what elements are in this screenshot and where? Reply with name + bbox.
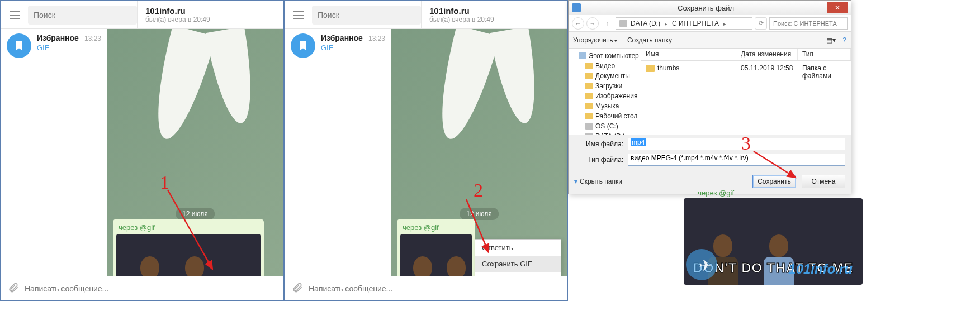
dialog-text: Избранное 13:23 GIF <box>321 34 385 52</box>
via-label: через @gif <box>698 189 734 197</box>
save-file-dialog: Сохранить файл ✕ ← → ↑ DATA (D:) С ИНТЕР… <box>568 0 851 194</box>
bookmark-icon <box>291 34 315 58</box>
toolbar: Упорядочить Создать папку ▤▾ ? <box>569 32 851 49</box>
panel-3-body: Сохранить файл ✕ ← → ↑ DATA (D:) С ИНТЕР… <box>568 0 868 302</box>
close-button[interactable]: ✕ <box>827 2 848 13</box>
up-button[interactable]: ↑ <box>601 17 613 30</box>
chat-subtitle: был(а) вчера в 20:49 <box>429 16 567 23</box>
folder-tree[interactable]: Этот компьютер Видео Документы Загрузки … <box>569 49 641 135</box>
breadcrumb-2[interactable]: С ИНТЕРНЕТА <box>672 20 719 27</box>
filename-label: Имя файла: <box>574 140 623 148</box>
via-label[interactable]: через @gif <box>116 222 261 234</box>
dialog-time: 13:23 <box>368 35 385 42</box>
dialog-name: Избранное <box>37 34 79 42</box>
body: Избранное 13:23 GIF 12 июля через @gif D… <box>285 29 567 276</box>
bookmark-icon <box>7 34 31 58</box>
filename-input[interactable]: mp4 <box>628 138 845 150</box>
dialog-preview: GIF <box>321 44 385 52</box>
compose-input[interactable] <box>25 284 276 293</box>
attach-icon[interactable] <box>8 282 19 295</box>
list-header[interactable]: Имя Дата изменения Тип <box>641 49 851 61</box>
view-icon[interactable]: ▤▾ <box>826 36 836 44</box>
dialogs-sidebar: Избранное 13:23 GIF <box>285 29 391 276</box>
tree-docs[interactable]: Документы <box>569 71 641 81</box>
folder-icon <box>646 65 655 72</box>
dialog-search-input[interactable] <box>769 17 848 30</box>
chat-title: 101info.ru <box>429 6 567 16</box>
dialog-item[interactable]: Избранное 13:23 GIF <box>285 29 391 63</box>
tree-pics[interactable]: Изображения <box>569 91 641 101</box>
dialog-time: 13:23 <box>84 35 101 42</box>
dialogs-sidebar: Избранное 13:23 GIF <box>1 29 107 276</box>
hide-folders-button[interactable]: Скрыть папки <box>574 178 622 185</box>
header: 101info.ru был(а) вчера в 20:49 <box>285 1 567 29</box>
tree-video[interactable]: Видео <box>569 61 641 71</box>
chat-background <box>419 29 565 174</box>
file-list[interactable]: Имя Дата изменения Тип thumbs 05.11.2019… <box>641 49 851 135</box>
message-bubble[interactable]: через @gif DON'T с <box>397 219 475 276</box>
message-bubble[interactable]: через @gif DON'T DO с <box>113 219 264 276</box>
chat-header[interactable]: 101info.ru был(а) вчера в 20:49 <box>137 1 283 29</box>
watermark-text: 101info.ru <box>788 261 853 277</box>
cancel-button[interactable]: Отмена <box>802 175 845 188</box>
filetype-label: Тип файла: <box>574 156 623 164</box>
forward-button[interactable]: → <box>586 17 599 30</box>
app-icon <box>572 3 581 12</box>
filetype-select[interactable]: видео MPEG-4 (*.mp4 *.m4v *.f4v *.lrv) <box>628 154 845 166</box>
attach-icon[interactable] <box>292 282 303 295</box>
context-menu: Ответить Сохранить GIF Сохранить файл ка… <box>475 239 561 276</box>
tree-downloads[interactable]: Загрузки <box>569 81 641 91</box>
breadcrumb-1[interactable]: DATA (D:) <box>631 20 660 27</box>
gif-media[interactable]: DON'T DO <box>116 234 261 276</box>
telegram-panel-1: 101info.ru был(а) вчера в 20:49 Избранно… <box>0 0 284 302</box>
tree-desktop[interactable]: Рабочий стол <box>569 111 641 121</box>
gif-media-wide[interactable]: DON'T DO THAT TO ME ✈ 101info.ru <box>684 198 863 285</box>
compose-input[interactable] <box>309 284 560 293</box>
search-input[interactable] <box>28 6 137 25</box>
ctx-save-as[interactable]: Сохранить файл как... <box>475 272 561 276</box>
refresh-button[interactable]: ⟳ <box>755 17 767 30</box>
col-type[interactable]: Тип <box>798 49 851 60</box>
chat-subtitle: был(а) вчера в 20:49 <box>145 16 283 23</box>
chat-area[interactable]: 12 июля через @gif DON'T DO с 1 <box>107 29 283 276</box>
panel-3: Сохранить файл ✕ ← → ↑ DATA (D:) С ИНТЕР… <box>568 0 868 335</box>
gif-media[interactable]: DON'T <box>400 234 472 276</box>
via-label[interactable]: через @gif <box>400 222 472 234</box>
save-button[interactable]: Сохранить <box>752 175 796 188</box>
dialog-body: Этот компьютер Видео Документы Загрузки … <box>569 49 851 135</box>
annotation-step-2: 2 <box>474 180 483 201</box>
chat-background <box>135 29 281 174</box>
tree-this-pc[interactable]: Этот компьютер <box>569 51 641 61</box>
dialog-titlebar[interactable]: Сохранить файл ✕ <box>569 1 851 15</box>
menu-icon[interactable] <box>3 4 26 26</box>
dialog-fields: Имя файла: mp4 Тип файла: видео MPEG-4 (… <box>569 135 851 171</box>
address-bar[interactable]: DATA (D:) С ИНТЕРНЕТА <box>616 17 752 30</box>
dialog-item[interactable]: Избранное 13:23 GIF <box>1 29 107 63</box>
help-icon[interactable]: ? <box>842 36 846 44</box>
chat-header[interactable]: 101info.ru был(а) вчера в 20:49 <box>421 1 567 29</box>
col-name[interactable]: Имя <box>641 49 736 60</box>
tree-music[interactable]: Музыка <box>569 101 641 111</box>
compose-bar <box>285 276 567 300</box>
new-folder-button[interactable]: Создать папку <box>627 36 672 44</box>
date-badge: 12 июля <box>176 208 215 220</box>
col-date[interactable]: Дата изменения <box>736 49 798 60</box>
telegram-plane-icon: ✈ <box>699 256 712 275</box>
body: Избранное 13:23 GIF 12 июля через @gif D… <box>1 29 283 276</box>
dialog-name: Избранное <box>321 34 363 42</box>
annotation-step-1: 1 <box>160 172 169 193</box>
ctx-save-gif[interactable]: Сохранить GIF <box>475 256 561 272</box>
dialog-preview: GIF <box>37 44 101 52</box>
back-button[interactable]: ← <box>572 17 584 30</box>
organize-button[interactable]: Упорядочить <box>573 36 617 44</box>
date-badge: 12 июля <box>460 208 499 220</box>
menu-icon[interactable] <box>287 4 310 26</box>
header: 101info.ru был(а) вчера в 20:49 <box>1 1 283 29</box>
ctx-reply[interactable]: Ответить <box>475 240 561 256</box>
tree-osc[interactable]: OS (C:) <box>569 121 641 131</box>
list-row[interactable]: thumbs 05.11.2019 12:58 Папка с файлами <box>641 61 851 83</box>
compose-bar <box>1 276 283 300</box>
dialog-text: Избранное 13:23 GIF <box>37 34 101 52</box>
chat-area[interactable]: 12 июля через @gif DON'T с Ответить Сохр… <box>391 29 567 276</box>
search-input[interactable] <box>312 6 421 25</box>
